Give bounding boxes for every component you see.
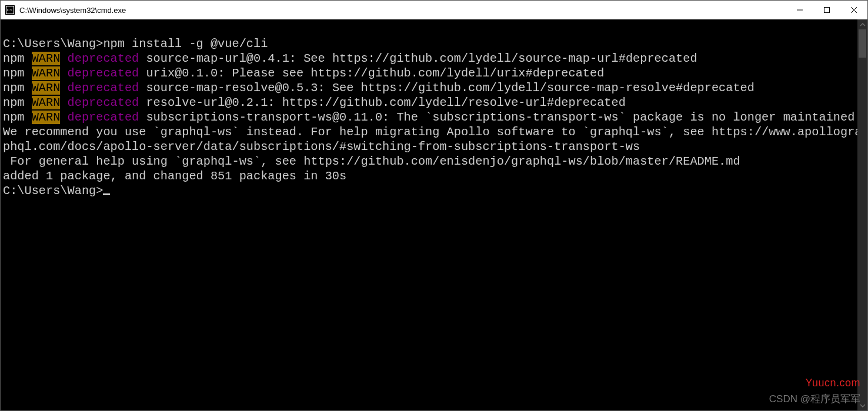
cmd-window: C:\ C:\Windows\system32\cmd.exe C:\Users… [0, 0, 868, 411]
command-line: C:\Users\Wang>npm install -g @vue/cli [3, 36, 867, 51]
typed-command: npm install -g @vue/cli [103, 37, 268, 51]
deprecated-label: deprecated [60, 66, 139, 80]
terminal-blank-top [3, 22, 867, 36]
minimize-button[interactable] [786, 1, 813, 19]
terminal-output[interactable]: C:\Users\Wang>npm install -g @vue/clinpm… [1, 19, 867, 410]
npm-label: npm [3, 81, 32, 95]
scrollbar-track[interactable] [857, 29, 867, 400]
warn-line-4: npm WARN deprecated resolve-url@0.2.1: h… [3, 95, 867, 110]
npm-label: npm [3, 111, 32, 124]
warn-badge: WARN [32, 81, 61, 95]
warn-line-1: npm WARN deprecated source-map-url@0.4.1… [3, 51, 867, 66]
warn-text: source-map-resolve@0.5.3: See https://gi… [139, 81, 755, 95]
warn-text: urix@0.1.0: Please see https://github.co… [139, 66, 604, 80]
scroll-up-button[interactable] [857, 19, 867, 29]
close-button[interactable] [840, 1, 867, 19]
warn-line-2: npm WARN deprecated urix@0.1.0: Please s… [3, 66, 867, 81]
watermark-author: CSDN @程序员军军 [769, 392, 860, 406]
npm-label: npm [3, 66, 32, 80]
window-title: C:\Windows\system32\cmd.exe [19, 6, 126, 15]
warn-badge: WARN [32, 111, 61, 124]
result-line: added 1 package, and changed 851 package… [3, 169, 867, 183]
cmd-icon: C:\ [5, 5, 15, 15]
warn-badge: WARN [32, 66, 61, 80]
warn-line-3: npm WARN deprecated source-map-resolve@0… [3, 81, 867, 95]
prompt: C:\Users\Wang> [3, 37, 103, 51]
vertical-scrollbar[interactable] [857, 19, 867, 410]
warn-text: source-map-url@0.4.1: See https://github… [139, 52, 697, 65]
deprecated-label: deprecated [60, 81, 139, 95]
deprecated-label: deprecated [60, 111, 139, 124]
warn-badge: WARN [32, 96, 61, 109]
warn-badge: WARN [32, 52, 61, 65]
watermark-site: Yuucn.com [805, 377, 860, 389]
npm-label: npm [3, 52, 32, 65]
prompt: C:\Users\Wang> [3, 184, 103, 198]
titlebar[interactable]: C:\ C:\Windows\system32\cmd.exe [1, 1, 867, 19]
deprecated-label: deprecated [60, 96, 139, 109]
deprecated-label: deprecated [60, 52, 139, 65]
svg-rect-5 [824, 8, 830, 13]
svg-text:C:\: C:\ [7, 8, 12, 12]
prompt-line: C:\Users\Wang> [3, 183, 867, 198]
npm-label: npm [3, 96, 32, 109]
warn-text: resolve-url@0.2.1: https://github.com/ly… [139, 96, 626, 109]
scrollbar-thumb[interactable] [859, 29, 866, 58]
maximize-button[interactable] [813, 1, 840, 19]
warn-line-5: npm WARN deprecated subscriptions-transp… [3, 110, 867, 169]
cursor [103, 193, 110, 195]
